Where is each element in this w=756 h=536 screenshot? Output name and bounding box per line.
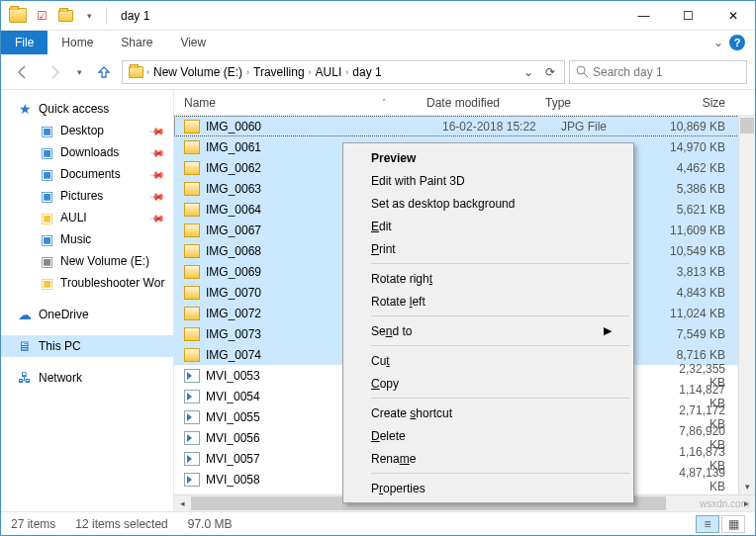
tab-share[interactable]: Share bbox=[107, 31, 166, 54]
qat-properties-icon[interactable]: ☑ bbox=[31, 5, 52, 27]
forward-button[interactable] bbox=[41, 60, 68, 84]
image-icon bbox=[184, 203, 200, 217]
video-icon bbox=[184, 390, 200, 403]
sidebar-this-pc[interactable]: 🖥This PC bbox=[1, 335, 173, 357]
file-type: JPG File bbox=[561, 120, 668, 134]
sidebar-quick-access[interactable]: ★ Quick access bbox=[1, 98, 173, 120]
sidebar-item[interactable]: ▣Troubleshooter Wor bbox=[1, 272, 173, 294]
crumb-0[interactable]: New Volume (E:) bbox=[151, 65, 244, 79]
crumb-2[interactable]: AULI bbox=[314, 65, 344, 79]
network-icon: 🖧 bbox=[17, 370, 33, 386]
header-type[interactable]: Type bbox=[545, 96, 652, 110]
menu-item[interactable]: Edit with Paint 3D bbox=[345, 169, 631, 192]
sidebar-item[interactable]: ▣Pictures📌 bbox=[1, 185, 173, 207]
image-icon bbox=[184, 120, 200, 134]
menu-label: Edit with Paint 3D bbox=[371, 174, 465, 188]
menu-separator bbox=[371, 473, 629, 474]
image-icon bbox=[184, 307, 200, 320]
sidebar-item[interactable]: ▣Downloads📌 bbox=[1, 141, 173, 163]
scroll-left-icon[interactable]: ◂ bbox=[174, 495, 191, 511]
folder-icon: ▣ bbox=[39, 231, 54, 247]
sidebar-network[interactable]: 🖧Network bbox=[1, 367, 173, 389]
folder-icon: ▣ bbox=[39, 166, 54, 182]
submenu-arrow-icon: ▶ bbox=[604, 324, 612, 337]
folder-icon: ▣ bbox=[39, 144, 54, 160]
chevron-right-icon[interactable]: › bbox=[309, 67, 312, 77]
menu-separator bbox=[371, 345, 629, 346]
watermark: wsxdn.com bbox=[700, 498, 749, 509]
menu-item[interactable]: Properties bbox=[345, 477, 631, 499]
video-icon bbox=[184, 369, 200, 383]
sidebar-item[interactable]: ▣Music bbox=[1, 228, 173, 250]
menu-item[interactable]: Create shortcut bbox=[345, 402, 631, 424]
expand-ribbon-icon[interactable]: ⌄ bbox=[708, 36, 729, 49]
header-date[interactable]: Date modified bbox=[426, 96, 545, 110]
status-bar: 27 items 12 items selected 97.0 MB ≡ ▦ bbox=[1, 511, 755, 535]
column-headers[interactable]: Name˄ Date modified Type Size bbox=[174, 90, 755, 116]
menu-item[interactable]: Edit bbox=[345, 215, 631, 237]
up-button[interactable] bbox=[90, 60, 118, 84]
sidebar-item[interactable]: ▣New Volume (E:) bbox=[1, 250, 173, 272]
menu-label: Rename bbox=[371, 452, 416, 466]
menu-item[interactable]: Send to▶ bbox=[345, 319, 631, 342]
menu-item[interactable]: Set as desktop background bbox=[345, 192, 631, 215]
file-row[interactable]: IMG_006016-02-2018 15:22JPG File10,869 K… bbox=[174, 116, 755, 136]
status-item-count: 27 items bbox=[11, 517, 55, 531]
maximize-button[interactable]: ☐ bbox=[666, 1, 710, 30]
scroll-thumb[interactable] bbox=[740, 118, 754, 134]
help-icon[interactable]: ? bbox=[729, 35, 745, 50]
chevron-right-icon[interactable]: › bbox=[146, 67, 149, 77]
header-name[interactable]: Name˄ bbox=[174, 96, 426, 110]
breadcrumb-dropdown-icon[interactable]: ⌄ bbox=[519, 65, 538, 79]
close-button[interactable]: ✕ bbox=[710, 1, 755, 30]
menu-item[interactable]: Rotate right bbox=[345, 267, 631, 290]
folder-icon: ▣ bbox=[39, 275, 54, 291]
tab-file[interactable]: File bbox=[1, 31, 47, 54]
refresh-icon[interactable]: ⟳ bbox=[540, 65, 560, 79]
app-icon bbox=[7, 5, 29, 27]
menu-item[interactable]: Rotate left bbox=[345, 290, 631, 313]
vertical-scrollbar[interactable]: ▴ ▾ bbox=[738, 116, 755, 494]
chevron-right-icon[interactable]: › bbox=[345, 67, 348, 77]
scroll-down-icon[interactable]: ▾ bbox=[739, 478, 755, 494]
image-icon bbox=[184, 161, 200, 175]
back-button[interactable] bbox=[9, 60, 37, 84]
search-input[interactable]: Search day 1 bbox=[569, 60, 747, 84]
tab-view[interactable]: View bbox=[166, 31, 220, 54]
context-menu: PreviewEdit with Paint 3DSet as desktop … bbox=[342, 142, 634, 503]
menu-label: Preview bbox=[371, 151, 416, 165]
menu-label: Edit bbox=[371, 220, 392, 233]
menu-item[interactable]: Cut bbox=[345, 349, 631, 372]
navbar: ▾ › New Volume (E:)› Travelling› AULI› d… bbox=[1, 54, 755, 90]
menu-label: Properties bbox=[371, 482, 425, 495]
qat-newfolder-icon[interactable] bbox=[54, 5, 76, 27]
chevron-right-icon[interactable]: › bbox=[246, 67, 249, 77]
menu-item[interactable]: Delete bbox=[345, 424, 631, 447]
tab-home[interactable]: Home bbox=[47, 31, 107, 54]
image-icon bbox=[184, 286, 200, 300]
sidebar-onedrive[interactable]: ☁OneDrive bbox=[1, 304, 173, 325]
image-icon bbox=[184, 327, 200, 341]
sidebar-item[interactable]: ▣Desktop📌 bbox=[1, 120, 173, 141]
menu-item[interactable]: Preview bbox=[345, 146, 631, 169]
header-size[interactable]: Size bbox=[652, 96, 755, 110]
crumb-3[interactable]: day 1 bbox=[350, 65, 383, 79]
sidebar-item[interactable]: ▣Documents📌 bbox=[1, 163, 173, 185]
menu-label: Rotate left bbox=[371, 295, 425, 309]
view-details-button[interactable]: ≡ bbox=[696, 515, 719, 533]
menu-label: Rotate right bbox=[371, 272, 432, 286]
menu-item[interactable]: Rename bbox=[345, 447, 631, 470]
search-placeholder: Search day 1 bbox=[593, 65, 663, 79]
breadcrumb[interactable]: › New Volume (E:)› Travelling› AULI› day… bbox=[122, 60, 565, 84]
menu-item[interactable]: Copy bbox=[345, 372, 631, 395]
sidebar-item[interactable]: ▣AULI📌 bbox=[1, 207, 173, 228]
minimize-button[interactable]: ― bbox=[621, 1, 666, 30]
menu-item[interactable]: Print bbox=[345, 237, 631, 260]
crumb-1[interactable]: Travelling bbox=[251, 65, 307, 79]
status-selected-count: 12 items selected bbox=[75, 517, 167, 531]
qat-dropdown-icon[interactable]: ▾ bbox=[78, 5, 100, 27]
view-icons-button[interactable]: ▦ bbox=[721, 515, 745, 533]
window-title: day 1 bbox=[113, 9, 149, 23]
recent-dropdown-icon[interactable]: ▾ bbox=[72, 60, 86, 84]
folder-icon: ▣ bbox=[39, 210, 54, 225]
